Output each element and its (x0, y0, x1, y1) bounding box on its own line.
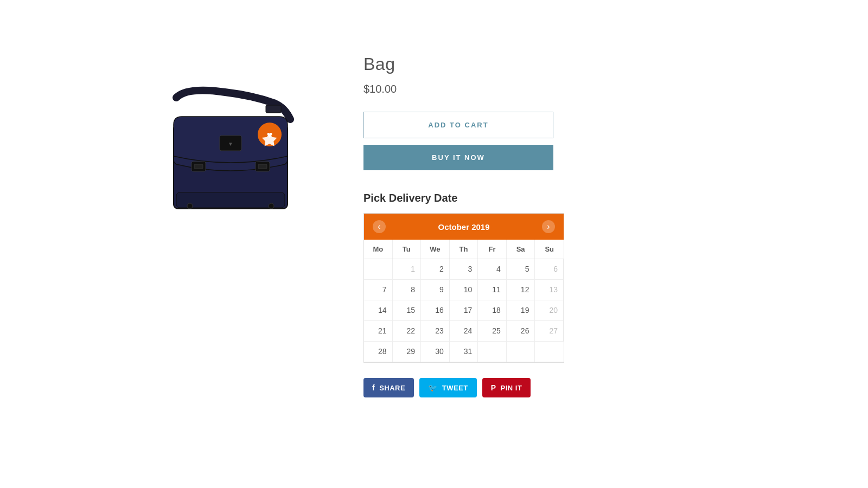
table-row[interactable]: 30 (421, 342, 450, 362)
table-row[interactable]: 2 (421, 259, 450, 280)
add-to-cart-button[interactable]: ADD TO CART (363, 112, 553, 138)
social-share: f SHARE 🐦 TWEET P PIN IT (363, 378, 732, 397)
facebook-share-button[interactable]: f SHARE (363, 378, 414, 397)
product-image: ▼ ♥ (144, 76, 312, 217)
calendar-days-header: Mo Tu We Th Fr Sa Su (364, 240, 564, 259)
table-row: 6 (535, 259, 564, 280)
table-row[interactable]: 4 (478, 259, 507, 280)
delivery-title: Pick Delivery Date (363, 192, 732, 204)
page-container: ▼ ♥ (0, 0, 868, 441)
product-details-section: Bag $10.00 ADD TO CART BUY IT NOW Pick D… (363, 43, 732, 397)
table-row (507, 342, 535, 362)
facebook-share-label: SHARE (379, 384, 405, 392)
day-header-tu: Tu (393, 240, 422, 259)
table-row[interactable]: 16 (421, 300, 450, 321)
table-row[interactable]: 10 (450, 280, 478, 300)
table-row[interactable]: 18 (478, 300, 507, 321)
buy-it-now-button[interactable]: BUY IT NOW (363, 145, 553, 170)
table-row[interactable]: 9 (421, 280, 450, 300)
table-row: 13 (535, 280, 564, 300)
svg-text:♥: ♥ (267, 130, 273, 140)
table-row[interactable]: 3 (450, 259, 478, 280)
table-row[interactable]: 12 (507, 280, 535, 300)
table-row[interactable]: 1 (393, 259, 422, 280)
table-row: 20 (535, 300, 564, 321)
delivery-section: Pick Delivery Date ‹ October 2019 › Mo T… (363, 192, 732, 363)
calendar-prev-button[interactable]: ‹ (373, 220, 386, 233)
table-row[interactable]: 8 (393, 280, 422, 300)
pinterest-share-button[interactable]: P PIN IT (482, 378, 531, 397)
table-row[interactable]: 25 (478, 321, 507, 342)
facebook-icon: f (372, 383, 375, 392)
calendar: ‹ October 2019 › Mo Tu We Th Fr Sa Su (363, 213, 564, 363)
svg-point-13 (269, 203, 274, 209)
table-row[interactable]: 29 (393, 342, 422, 362)
calendar-header: ‹ October 2019 › (364, 214, 564, 240)
day-header-su: Su (535, 240, 564, 259)
svg-rect-0 (266, 105, 281, 113)
table-row[interactable]: 17 (450, 300, 478, 321)
svg-point-12 (187, 203, 193, 209)
table-row[interactable]: 7 (364, 280, 393, 300)
table-row[interactable]: 5 (507, 259, 535, 280)
table-row[interactable]: 24 (450, 321, 478, 342)
product-price: $10.00 (363, 83, 732, 95)
twitter-share-button[interactable]: 🐦 TWEET (419, 378, 477, 397)
svg-rect-5 (194, 164, 203, 169)
product-image-section: ▼ ♥ (136, 43, 320, 217)
table-row[interactable]: 22 (393, 321, 422, 342)
day-header-we: We (421, 240, 450, 259)
day-header-th: Th (450, 240, 478, 259)
table-row[interactable]: 14 (364, 300, 393, 321)
twitter-share-label: TWEET (442, 384, 468, 392)
calendar-next-button[interactable]: › (542, 220, 555, 233)
table-row[interactable]: 19 (507, 300, 535, 321)
svg-rect-7 (258, 164, 267, 169)
pinterest-share-label: PIN IT (501, 384, 522, 392)
table-row (364, 259, 393, 280)
table-row[interactable]: 28 (364, 342, 393, 362)
pinterest-icon: P (491, 383, 496, 392)
calendar-month-year: October 2019 (438, 222, 489, 232)
day-header-fr: Fr (478, 240, 507, 259)
calendar-grid: 1 2 3 4 5 6 7 8 9 10 11 12 13 (364, 259, 564, 362)
product-title: Bag (363, 54, 732, 74)
table-row[interactable]: 21 (364, 321, 393, 342)
table-row[interactable]: 11 (478, 280, 507, 300)
table-row (478, 342, 507, 362)
svg-text:▼: ▼ (228, 141, 233, 147)
table-row[interactable]: 23 (421, 321, 450, 342)
day-header-sa: Sa (507, 240, 535, 259)
twitter-icon: 🐦 (428, 383, 438, 392)
day-header-mo: Mo (364, 240, 393, 259)
table-row[interactable]: 15 (393, 300, 422, 321)
table-row[interactable]: 31 (450, 342, 478, 362)
product-layout: ▼ ♥ (136, 43, 732, 397)
table-row: 27 (535, 321, 564, 342)
table-row[interactable]: 26 (507, 321, 535, 342)
table-row (535, 342, 564, 362)
